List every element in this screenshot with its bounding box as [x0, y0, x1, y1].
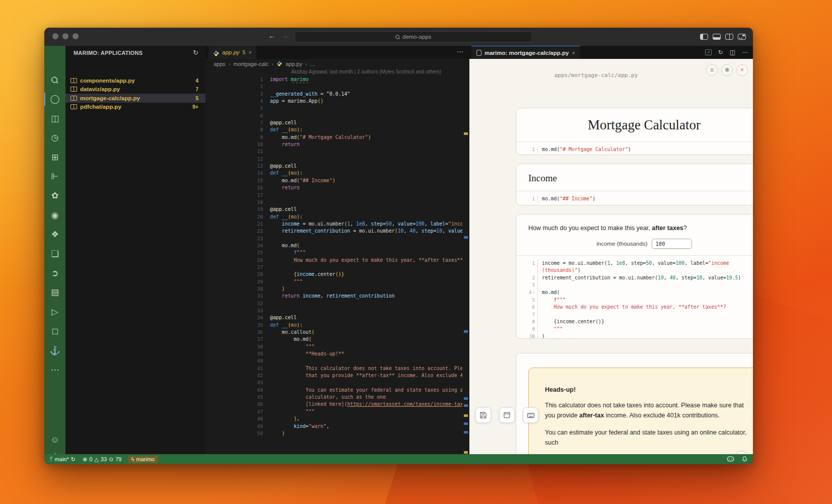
symbols-icon[interactable]: ⊞ [44, 150, 65, 165]
code-editor[interactable]: 1import marimo23__generated_with = "0.0.… [205, 76, 462, 454]
code-line[interactable]: 6 [205, 112, 462, 119]
code-line[interactable]: 20def __(mo): [205, 213, 462, 221]
code-line[interactable]: 7@app.cell [205, 119, 462, 126]
sidebar-item-pdfchat-app-py[interactable]: pdfchat/app.py9+ [65, 103, 205, 112]
code-line[interactable]: 24 mo.md( [205, 242, 462, 249]
code-line[interactable]: 5 [205, 105, 462, 112]
split-editor-icon[interactable]: ◫ [730, 49, 735, 56]
code-line[interactable]: 47 """ [205, 408, 462, 415]
code-line[interactable]: 18 [205, 199, 462, 206]
more-actions-icon[interactable]: ⋯ [742, 49, 748, 56]
customize-layout-icon[interactable] [738, 34, 746, 40]
refresh-icon[interactable]: ↻ [718, 49, 723, 56]
code-line[interactable]: 17 [205, 192, 462, 199]
code-line[interactable]: 42 that you provide **after-tax** income… [205, 372, 462, 379]
timeline-icon[interactable]: ◷ [44, 130, 65, 146]
settings-gear-icon[interactable]: ❋ [721, 64, 733, 76]
tab-close-icon[interactable]: × [248, 49, 251, 55]
tab-app-py[interactable]: app.py 5 × [209, 46, 256, 59]
copy-files-icon[interactable]: ◫ [44, 111, 65, 126]
code-line[interactable]: 29 """ [205, 278, 462, 285]
editor-actions-more-icon[interactable]: ⋯ [457, 48, 463, 55]
code-line[interactable]: 4app = marimo.App() [205, 98, 462, 105]
code-line[interactable]: 19@app.cell [205, 206, 462, 213]
code-line[interactable]: 30 ) [205, 285, 462, 293]
cell-code[interactable]: 1mo.md("## Income") [516, 191, 753, 205]
breadcrumb-symbol[interactable]: … [310, 61, 316, 67]
code-line[interactable]: 12 [205, 156, 462, 163]
code-line[interactable]: 34@app.cell [205, 314, 462, 321]
close-window-button[interactable] [52, 33, 58, 39]
code-line[interactable]: 39 **Heads-up!** [205, 350, 462, 357]
remote-explorer-icon[interactable]: ◻ [44, 324, 65, 339]
fold-icon[interactable]: ˅ [532, 291, 535, 295]
code-line[interactable]: 2 [205, 83, 462, 90]
more-icon[interactable]: ⋯ [44, 363, 65, 378]
cell-code[interactable]: 1income = mo.ui.number(1, 1e8, step=50, … [516, 256, 753, 339]
code-line[interactable]: 10 return [205, 141, 462, 148]
cell-code[interactable]: 1mo.md("# Mortgage Calculator") [516, 142, 753, 155]
peacock-icon[interactable]: ✿ [44, 188, 65, 203]
code-line[interactable]: 38 """ [205, 343, 462, 350]
code-line[interactable]: 41 This calculator does not take taxes i… [205, 365, 462, 372]
tab-close-icon[interactable]: × [572, 50, 575, 56]
code-line[interactable]: 13@app.cell [205, 163, 462, 170]
code-line[interactable]: 43 [205, 379, 462, 386]
toggle-secondary-sidebar-icon[interactable] [725, 34, 733, 40]
code-line[interactable]: 26 How much do you expect to make this y… [205, 257, 462, 264]
command-center-search[interactable]: Ϙ demo-apps [295, 31, 532, 42]
code-line[interactable]: 27 [205, 264, 462, 271]
breadcrumb-folder[interactable]: mortgage-calc [234, 61, 269, 67]
code-line[interactable]: 44 You can estimate your federal and sta… [205, 387, 462, 394]
forward-icon[interactable]: → [280, 32, 290, 40]
terraform-icon[interactable]: ⊩ [44, 169, 65, 184]
code-line[interactable]: 15 mo.md("## Income") [205, 177, 462, 184]
code-line[interactable]: 14def __(mo): [205, 170, 462, 177]
income-input[interactable] [652, 239, 692, 249]
notifications-bell-icon[interactable] [741, 456, 748, 463]
code-line[interactable]: 32 [205, 300, 462, 307]
code-line[interactable]: 35def __(mo): [205, 322, 462, 329]
sidebar-item-dataviz-app-py[interactable]: dataviz/app.py7 [65, 85, 205, 94]
code-line[interactable]: 9 mo.md("# Mortgage Calculator") [205, 134, 462, 141]
code-line[interactable]: 23 [205, 235, 462, 242]
open-app-window-button[interactable] [499, 407, 515, 423]
code-line[interactable]: 8def __(mo): [205, 126, 462, 133]
problems-item[interactable]: ⊗ 0 △ 33 ⊙ 79 [83, 456, 122, 463]
extensions-icon[interactable]: ❖ [44, 227, 65, 242]
marimo-status-item[interactable]: ϟ marimo [128, 456, 158, 463]
code-line[interactable]: 16 return [205, 184, 462, 191]
git-branch-item[interactable]: ᛘ main* ↻ [49, 456, 76, 463]
github-icon[interactable]: ◉ [44, 208, 65, 223]
code-line[interactable]: 25 f""" [205, 249, 462, 256]
sidebar-item-components-app-py[interactable]: components/app.py4 [65, 76, 205, 85]
refresh-icon[interactable]: ↻ [193, 49, 198, 56]
code-line[interactable]: 36 mo.callout( [205, 329, 462, 336]
account-icon[interactable]: ☺ [44, 433, 65, 448]
zoom-window-button[interactable] [73, 33, 79, 39]
sidebar-item-mortgage-calc-app-py[interactable]: mortgage-calc/app.py5 [65, 94, 205, 103]
open-external-icon[interactable]: ↗ [705, 49, 712, 55]
breadcrumb-file[interactable]: app.py [286, 61, 302, 67]
save-button[interactable] [475, 407, 491, 423]
marimo-icon[interactable]: ◯ [44, 92, 65, 107]
code-line[interactable]: 33 [205, 307, 462, 314]
code-line[interactable]: 37 mo.md( [205, 336, 462, 343]
back-icon[interactable]: ← [267, 32, 277, 40]
keyboard-shortcuts-button[interactable] [523, 407, 538, 423]
code-line[interactable]: 11 [205, 148, 462, 155]
code-line[interactable]: 49 kind="warn", [205, 423, 462, 430]
code-line[interactable]: 48 ), [205, 415, 462, 422]
code-line[interactable]: 50 ) [205, 430, 462, 437]
code-line[interactable]: 3__generated_with = "0.0.14" [205, 91, 462, 98]
docker-icon[interactable]: ⚓ [44, 343, 65, 358]
comments-icon[interactable]: ❏ [44, 247, 65, 262]
code-line[interactable]: 22 retirement_contribution = mo.ui.numbe… [205, 228, 462, 235]
code-line[interactable]: 31 return income, retirement_contributio… [205, 293, 462, 300]
copilot-icon[interactable] [727, 456, 734, 463]
code-line[interactable]: 21 income = mo.ui.number(1, 1e8, step=50… [205, 221, 462, 228]
close-icon[interactable]: × [736, 64, 748, 76]
notebook-icon[interactable]: ▤ [44, 285, 65, 300]
overview-ruler[interactable] [462, 76, 469, 454]
code-line[interactable]: 45 calculator, such as the one [205, 394, 462, 401]
